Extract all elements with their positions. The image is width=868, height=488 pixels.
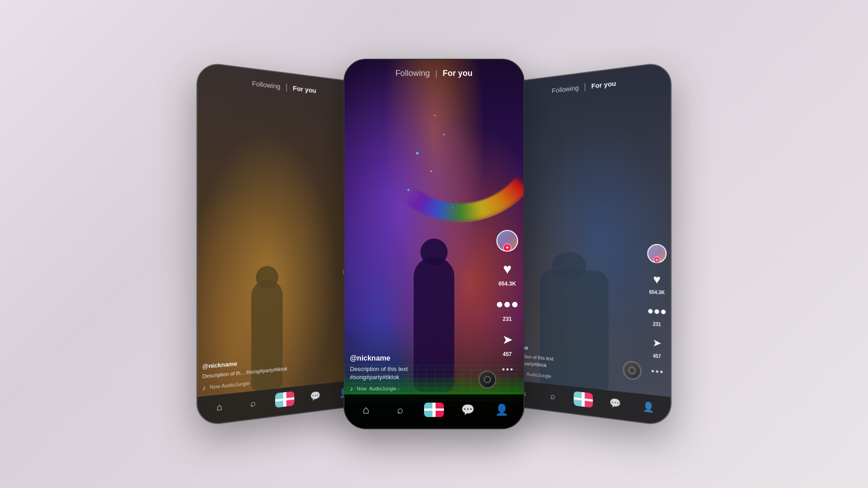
center-for-you-label: For you (443, 69, 472, 78)
right-follow-btn[interactable]: + (653, 256, 660, 263)
right-nav-profile[interactable]: 👤 (637, 400, 660, 414)
right-share-icon[interactable]: ➤ (648, 334, 666, 352)
right-profile-icon: 👤 (642, 401, 655, 413)
center-share-action[interactable]: ➤ 457 (497, 329, 517, 357)
left-messages-icon: 💬 (310, 390, 321, 402)
center-divider: | (435, 69, 438, 78)
center-comment-action[interactable]: ●●● 231 (497, 294, 517, 322)
center-following-label: Following (396, 69, 430, 78)
right-shares-count: 457 (653, 353, 661, 359)
right-likes-count: 654.3K (649, 290, 665, 296)
center-avatar-container: + (496, 230, 518, 252)
center-nav-plus[interactable] (423, 403, 445, 417)
right-comment-action[interactable]: ●●● 231 (648, 302, 666, 328)
right-phone: Following | For you + ♥ 654.3K (505, 61, 671, 427)
right-comment-icon[interactable]: ●●● (648, 302, 666, 320)
center-follow-btn[interactable]: + (503, 244, 511, 252)
center-search-icon: ⌕ (397, 404, 403, 416)
left-following-label: Following (252, 79, 280, 90)
right-share-action[interactable]: ➤ 457 (648, 334, 666, 360)
right-nav-messages[interactable]: 💬 (604, 396, 627, 410)
center-nav-search[interactable]: ⌕ (389, 404, 411, 416)
center-phone-header: Following | For you (344, 60, 524, 83)
right-comments-count: 231 (653, 321, 661, 327)
right-avatar-container: + (647, 244, 667, 263)
right-heart-icon[interactable]: ♥ (648, 271, 666, 288)
left-nav-home[interactable]: ⌂ (208, 400, 231, 414)
center-profile-icon: 👤 (495, 404, 509, 416)
center-nav-profile[interactable]: 👤 (491, 404, 513, 416)
right-messages-icon: 💬 (609, 397, 621, 409)
left-nav-messages[interactable]: 💬 (305, 389, 326, 403)
left-music-note-icon: ♪ (203, 384, 206, 392)
right-divider: | (584, 82, 586, 92)
center-messages-icon: 💬 (461, 404, 475, 416)
center-nav-home[interactable]: ⌂ (355, 404, 377, 416)
center-bottom-info: @nickname Description of this text#song#… (350, 354, 487, 392)
center-avatar[interactable]: + (496, 230, 518, 252)
center-description: Description of this text#song#party#tikt… (350, 365, 487, 381)
right-following-label: Following (552, 84, 579, 94)
center-music-label: Now AudioJungle - (357, 386, 400, 391)
center-comment-icon[interactable]: ●●● (497, 294, 517, 314)
center-shares-count: 457 (503, 351, 512, 357)
right-more-options[interactable] (651, 366, 663, 377)
center-side-actions: + ♥ 654.3K ●●● 231 ➤ (496, 230, 518, 374)
right-nav-search[interactable]: ⌕ (542, 389, 563, 402)
center-heart-icon[interactable]: ♥ (497, 259, 517, 279)
center-home-icon: ⌂ (363, 404, 369, 416)
center-comments-count: 231 (503, 316, 512, 322)
right-avatar[interactable]: + (647, 244, 667, 263)
right-side-actions: + ♥ 654.3K ●●● 231 ➤ (647, 244, 667, 377)
center-likes-count: 654.3K (499, 281, 516, 287)
center-like-action[interactable]: ♥ 654.3K (497, 259, 517, 287)
center-phone: Following | For you + ♥ 654.3K (344, 59, 524, 429)
center-username: @nickname (350, 354, 487, 362)
right-plus-button[interactable] (574, 391, 593, 408)
right-like-action[interactable]: ♥ 654.3K (648, 271, 666, 296)
left-plus-button[interactable] (275, 391, 295, 408)
left-home-icon: ⌂ (217, 401, 222, 413)
left-nav-plus[interactable] (274, 391, 296, 408)
right-search-icon: ⌕ (550, 390, 555, 401)
center-nav-messages[interactable]: 💬 (457, 404, 479, 416)
center-plus-button[interactable] (424, 403, 444, 417)
right-nav-plus[interactable] (572, 391, 594, 408)
center-music-bar: ♪ Now AudioJungle - (350, 385, 487, 392)
left-search-icon: ⌕ (250, 398, 256, 409)
left-for-you-label: For you (293, 84, 316, 94)
left-nav-search[interactable]: ⌕ (241, 397, 264, 410)
left-divider: | (286, 82, 288, 92)
right-for-you-label: For you (591, 79, 616, 90)
center-share-icon[interactable]: ➤ (497, 329, 517, 349)
center-music-note-icon: ♪ (350, 385, 353, 392)
center-more-options[interactable] (502, 365, 513, 374)
left-phone: Following | For you + ♥ ●● (196, 61, 363, 427)
center-bottom-nav: ⌂ ⌕ 💬 👤 (344, 394, 524, 428)
